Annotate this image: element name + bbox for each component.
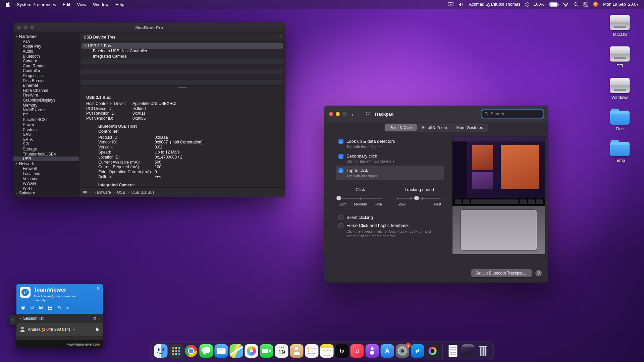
disclosure-triangle-icon[interactable]: ▾ (16, 192, 17, 195)
document[interactable] (446, 344, 460, 358)
chat-icon[interactable]: ✉ (39, 305, 43, 310)
Doc[interactable]: Doc (610, 109, 630, 131)
sidebar-item[interactable]: ▾ Software (13, 191, 79, 196)
show-all-grid-icon[interactable] (365, 112, 371, 116)
zoom-button[interactable] (342, 112, 346, 116)
sidebar-item[interactable]: Locations (13, 171, 79, 176)
display-icon[interactable] (448, 2, 453, 7)
slider-thumb[interactable] (414, 196, 419, 200)
chevron-down-icon[interactable]: ▾ (98, 317, 100, 320)
chevron-down-icon[interactable]: ▾ (73, 328, 75, 331)
EFI[interactable]: EFI (610, 46, 630, 68)
facetime[interactable] (260, 344, 273, 358)
chrome[interactable] (184, 344, 198, 358)
bluetooth-icon[interactable] (525, 2, 529, 7)
menu-app-name[interactable]: System Preferences (17, 2, 56, 7)
sysinfo-titlebar[interactable]: MacBook Pro (13, 22, 285, 33)
sidebar-item[interactable]: Audio (13, 49, 79, 54)
sidebar-item[interactable]: Graphics/Displays (13, 98, 79, 103)
sidebar-item[interactable]: Card Reader (13, 64, 79, 69)
sidebar-item[interactable]: Controller (13, 68, 79, 73)
sidebar-item[interactable]: Printers (13, 127, 79, 132)
menubar-username[interactable]: Achmad Syarifudin Thomas (469, 2, 520, 7)
menubar-clock[interactable]: Mon 19 Sep 20.07 (603, 2, 639, 7)
Temp[interactable]: Temp (610, 141, 630, 163)
calendar[interactable]: SEP 19 (275, 344, 288, 358)
tree-row[interactable] (82, 80, 283, 85)
MacOS[interactable]: MacOS (610, 15, 630, 37)
sidebar-item[interactable]: ▾ Hardware (13, 34, 79, 39)
sidebar-item[interactable]: WWAN (13, 181, 79, 186)
battery-icon[interactable] (549, 2, 558, 7)
photo-booth[interactable] (426, 344, 439, 358)
video-call-icon[interactable]: ◉ (21, 305, 25, 310)
sidebar-item[interactable]: Fibre Channel (13, 88, 79, 93)
sidebar-item[interactable]: ▾ Network (13, 161, 79, 166)
messages[interactable] (200, 344, 213, 358)
sidebar-item[interactable]: Ethernet (13, 83, 79, 88)
trash[interactable] (477, 344, 490, 358)
breadcrumb-item[interactable]: Hardware (88, 190, 111, 195)
tree-row[interactable]: Integrated Camera (82, 54, 283, 59)
forward-button[interactable]: › (358, 111, 360, 118)
checkbox[interactable] (338, 139, 343, 144)
more-tools-icon[interactable]: » (66, 305, 69, 310)
gear-icon[interactable]: ⚙ (93, 316, 97, 321)
menu-help[interactable]: Help (115, 2, 124, 7)
disclosure-triangle-icon[interactable]: ▾ (85, 44, 86, 47)
finder[interactable] (154, 344, 168, 358)
wifi-icon[interactable] (563, 2, 569, 7)
tab[interactable]: Scroll & Zoom (417, 124, 451, 131)
podcasts[interactable] (366, 344, 379, 358)
session-partner-row[interactable]: Andres (1 048 393 014) ▾ (16, 323, 103, 336)
search-input[interactable] (490, 111, 541, 117)
disclosure-triangle-icon[interactable]: ▾ (16, 35, 17, 38)
sidebar-item[interactable]: Camera (13, 59, 79, 64)
option-subtitle[interactable]: Click or tap with two fingers▾ (346, 159, 394, 163)
reminders[interactable] (305, 344, 319, 358)
setup-bluetooth-trackpad-button[interactable]: Set Up Bluetooth Trackpad… (471, 269, 532, 277)
sidebar-item[interactable]: Disc Burning (13, 78, 79, 83)
spotlight-search-icon[interactable] (574, 2, 578, 7)
sidebar-item[interactable]: Wi-Fi (13, 186, 79, 191)
trackpad-titlebar[interactable]: ‹ › Trackpad (324, 106, 548, 122)
close-button[interactable] (329, 112, 333, 116)
tree-row[interactable] (82, 64, 283, 69)
disclosure-triangle-icon[interactable]: ▾ (16, 162, 17, 165)
back-button[interactable]: ‹ (351, 111, 354, 118)
pane-splitter[interactable] (79, 86, 285, 89)
notes[interactable] (320, 344, 334, 358)
contacts[interactable] (290, 344, 304, 358)
sidebar-item[interactable]: ATA (13, 39, 79, 44)
menu-view[interactable]: View (77, 2, 86, 7)
file-transfer-icon[interactable]: ▤ (48, 305, 52, 310)
sidebar-item[interactable]: Bluetooth (13, 54, 79, 59)
tree-row[interactable] (82, 74, 283, 80)
Windows[interactable]: Windows (610, 78, 630, 100)
tab[interactable]: More Gestures (452, 124, 488, 131)
mail[interactable] (215, 344, 228, 358)
tree-row[interactable]: Bluetooth USB Host Controller (82, 49, 283, 54)
divider[interactable] (443, 344, 443, 358)
tree-row[interactable] (82, 59, 283, 64)
maps[interactable] (230, 344, 243, 358)
minimized-window[interactable] (462, 344, 475, 358)
sidebar-item[interactable]: Thunderbolt/USB4 (13, 152, 79, 157)
checkbox[interactable] (338, 168, 343, 173)
breadcrumb-item[interactable]: USB 3.1 Bus (125, 190, 155, 195)
breadcrumb-item[interactable]: USB (111, 190, 125, 195)
audio-call-icon[interactable]: Ω (30, 305, 34, 310)
sidebar-item[interactable]: SATA (13, 137, 79, 142)
app-store[interactable]: A (381, 344, 394, 358)
sidebar-item[interactable]: NVMExpress (13, 108, 79, 113)
sidebar-item[interactable]: Storage (13, 147, 79, 152)
disclosure-triangle-icon[interactable]: ▾ (20, 317, 21, 320)
menubar-extra-icon[interactable] (593, 2, 598, 7)
apple-menu-icon[interactable] (5, 2, 10, 7)
minimize-button[interactable] (336, 112, 340, 116)
sidebar-item[interactable]: Firewall (13, 166, 79, 171)
menu-edit[interactable]: Edit (63, 2, 70, 7)
tracking-speed-slider[interactable] (397, 196, 441, 200)
whiteboard-icon[interactable]: ✎ (57, 305, 61, 310)
checkbox[interactable] (338, 154, 343, 159)
